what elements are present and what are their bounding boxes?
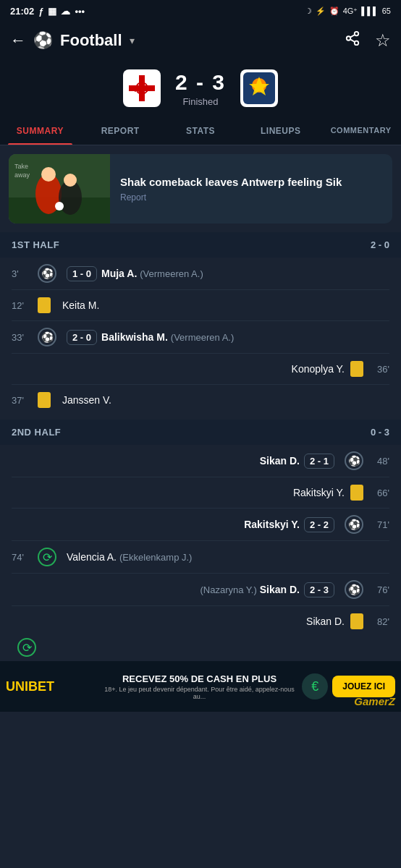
home-team-logo: ANT: [123, 69, 161, 107]
svg-point-2: [355, 41, 359, 45]
share-icon[interactable]: [345, 30, 360, 51]
news-image-placeholder: Take away: [9, 154, 110, 224]
event-minute: 3': [12, 268, 32, 279]
event-minute: 74': [12, 552, 32, 563]
score-badge: 1 - 0: [67, 266, 97, 281]
chevron-down-icon[interactable]: ▾: [130, 35, 135, 46]
yellow-card-icon: [38, 392, 51, 408]
ad-disclaimer: 18+. Le jeu peut devenir dépendant. Pour…: [103, 686, 297, 700]
event-row: 37' Janssen V.: [0, 385, 401, 415]
first-half-score: 2 - 0: [371, 239, 389, 250]
ad-tagline: RECEVEZ 50% DE CASH EN PLUS: [103, 673, 297, 684]
event-player: Muja A.: [101, 268, 137, 279]
event-minute: 82': [369, 616, 389, 627]
goal-icon: ⚽: [38, 264, 56, 283]
back-button[interactable]: ←: [10, 31, 26, 50]
moon-icon: ☽: [305, 7, 312, 16]
substitution-icon: ⟳: [17, 638, 36, 657]
event-minute: 71': [369, 519, 389, 530]
watermark: GamerZ: [354, 695, 395, 707]
goal-icon: ⚽: [345, 515, 363, 534]
event-player: Rakitskyi Y.: [244, 519, 300, 530]
favorite-star-icon[interactable]: ☆: [375, 30, 391, 51]
yellow-card-icon: [38, 297, 51, 313]
score-badge: 2 - 1: [304, 454, 334, 469]
svg-point-19: [55, 202, 64, 210]
facebook-icon: ƒ: [38, 6, 43, 17]
event-row: Sikan D. 2 - 1 ⚽ 48': [0, 445, 401, 477]
news-image: Take away: [9, 154, 110, 224]
event-row: 3' ⚽ 1 - 0 Muja A. (Vermeeren A.): [0, 258, 401, 289]
tab-lineups[interactable]: LINEUPS: [240, 117, 321, 145]
event-row: 33' ⚽ 2 - 0 Balikwisha M. (Vermeeren A.): [0, 321, 401, 353]
news-card[interactable]: Take away Shak comeback leaves Antwerp f…: [9, 154, 392, 224]
score-badge: 2 - 3: [304, 582, 334, 597]
goal-icon: ⚽: [345, 451, 363, 470]
alarm-icon: ⏰: [329, 7, 339, 16]
score-display: 2 - 3: [175, 70, 226, 95]
event-player: Keita M.: [62, 299, 99, 311]
event-player: Sikan D.: [260, 455, 300, 467]
tab-summary[interactable]: SUMMARY: [0, 117, 80, 145]
event-player: Valencia A.: [67, 551, 117, 563]
event-assist: (Nazaryna Y.): [200, 584, 256, 595]
event-player: Janssen V.: [62, 394, 111, 406]
status-right: ☽ ⚡ ⏰ 4G⁺ ▌▌▌ 65: [305, 7, 391, 16]
goal-icon: ⚽: [345, 580, 363, 599]
status-left: 21:02 ƒ ▦ ☁ •••: [10, 6, 85, 17]
score-badge: 2 - 0: [67, 330, 97, 345]
event-minute: 36': [369, 364, 389, 375]
event-minute: 37': [12, 395, 32, 406]
news-subtitle: Report: [120, 192, 342, 203]
yellow-card-icon: [350, 361, 363, 377]
tabs-bar: SUMMARY REPORT STATS LINEUPS COMMENTARY: [0, 117, 401, 145]
signal-icon: 4G⁺: [343, 7, 358, 16]
event-minute: 12': [12, 300, 32, 311]
event-row: 12' Keita M.: [0, 290, 401, 320]
header-left: ← ⚽ Football ▾: [10, 31, 135, 50]
more-events-hint: ⟳: [0, 637, 401, 658]
event-player: Sikan D.: [306, 616, 345, 627]
event-assist: (Vermeeren A.): [171, 332, 234, 343]
event-minute: 48': [369, 456, 389, 467]
news-content: Shak comeback leaves Antwerp feeling Sik…: [110, 154, 352, 224]
status-bar: 21:02 ƒ ▦ ☁ ••• ☽ ⚡ ⏰ 4G⁺ ▌▌▌ 65: [0, 0, 401, 22]
ad-cta-button[interactable]: JOUEZ ICI: [332, 676, 395, 697]
second-half-title: 2ND HALF: [12, 427, 61, 438]
score-center: 2 - 3 Finished: [175, 70, 226, 107]
header: ← ⚽ Football ▾ ☆: [0, 22, 401, 59]
tab-report[interactable]: REPORT: [80, 117, 161, 145]
cloud-icon: ☁: [61, 6, 70, 17]
event-minute: 66': [369, 488, 389, 498]
svg-point-18: [64, 174, 77, 187]
score-section: ANT 2 - 3 Finished: [0, 59, 401, 117]
signal-bars-icon: ▌▌▌: [361, 7, 378, 15]
header-title: Football: [60, 31, 122, 50]
calendar-icon: ▦: [48, 6, 56, 17]
tab-stats[interactable]: STATS: [161, 117, 241, 145]
event-row: Sikan D. 82': [0, 606, 401, 637]
first-half-title: 1ST HALF: [12, 239, 59, 250]
ad-banner: UNIBET RECEVEZ 50% DE CASH EN PLUS 18+. …: [0, 661, 401, 712]
event-minute: 76': [369, 584, 389, 595]
news-title: Shak comeback leaves Antwerp feeling Sik: [120, 175, 342, 190]
tab-commentary[interactable]: COMMENTARY: [321, 117, 401, 145]
event-row: Rakitskyi Y. 2 - 2 ⚽ 71': [0, 509, 401, 540]
score-badge: 2 - 2: [304, 517, 334, 532]
more-icon: •••: [75, 6, 85, 17]
away-team-logo: [240, 69, 278, 107]
bluetooth-icon: ⚡: [316, 7, 326, 16]
substitution-icon: ⟳: [38, 548, 56, 566]
event-row: Konoplya Y. 36': [0, 354, 401, 384]
event-minute: 33': [12, 332, 32, 343]
event-player: Sikan D.: [260, 584, 300, 595]
yellow-card-icon: [350, 485, 363, 501]
svg-point-0: [355, 32, 359, 36]
unibet-logo: UNIBET: [6, 679, 54, 694]
svg-text:Take: Take: [14, 163, 28, 170]
time: 21:02: [10, 6, 34, 17]
svg-line-4: [350, 35, 355, 38]
svg-text:away: away: [14, 171, 30, 179]
goal-icon: ⚽: [38, 328, 56, 346]
event-row: Rakitskyi Y. 66': [0, 477, 401, 508]
